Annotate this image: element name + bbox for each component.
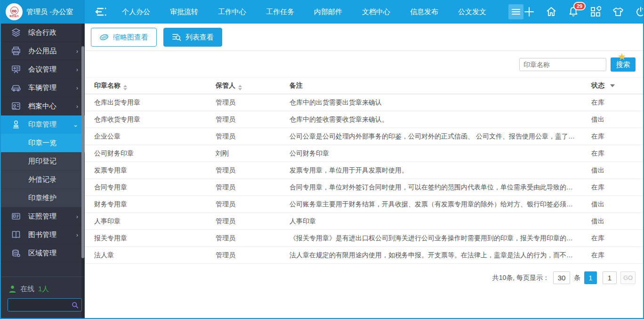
sidebar-subitem-seal-list[interactable]: 印章一览 — [1, 134, 85, 152]
sidebar-item-label: 档案中心 — [28, 102, 76, 111]
status-cell: 在库 — [581, 98, 636, 107]
table-row[interactable]: 公司财务印章 刘刚 公司财务印章 在库 — [85, 145, 643, 162]
current-user-label: 管理员 -办公室 — [26, 8, 73, 16]
thumbnail-view-button[interactable]: 缩略图查看 — [91, 28, 157, 47]
table-row[interactable]: 法人章 管理员 法人章在规定的有限用途内使用，如税务申报。开支票等。在法律上，盖… — [85, 247, 643, 264]
sidebar: 综合行政 办公用品 › 会议管理 › — [1, 24, 85, 318]
sidebar-item-office-supplies[interactable]: 办公用品 › — [1, 42, 85, 60]
sidebar-subitem-lend-records[interactable]: 外借记录 — [1, 171, 85, 189]
id-card-icon — [10, 212, 22, 221]
topbar-nav-item[interactable]: 文档中心 — [352, 0, 400, 24]
meeting-icon — [10, 65, 22, 74]
topbar-icons: 29 — [523, 6, 644, 17]
table-header-row: 印章名称 保管人 备注 状态 — [85, 77, 643, 94]
topbar-nav-item[interactable]: 信息发布 — [400, 0, 448, 24]
sidebar-item-label: 会议管理 — [28, 65, 76, 74]
goto-page-input[interactable] — [603, 271, 617, 284]
column-header-name[interactable]: 印章名称 — [94, 82, 216, 90]
chevron-right-icon: › — [76, 103, 78, 110]
keeper-cell: 管理员 — [216, 251, 290, 260]
remark-cell: 仓库中的出货需要出货章来确认 — [290, 98, 581, 107]
sidebar-item-seal-mgmt[interactable]: 印章管理 ⌄ — [1, 115, 85, 134]
status-cell: 在库 — [581, 149, 636, 158]
favorite-star-icon[interactable]: ★ — [618, 52, 626, 61]
sidebar-item-label: 证照管理 — [28, 212, 76, 221]
sidebar-item-general-admin[interactable]: 综合行政 — [1, 24, 85, 42]
table-row[interactable]: 人事印章 管理员 人事印章 借出 — [85, 213, 643, 230]
topbar-nav-item[interactable]: 公文发文 — [448, 0, 496, 24]
sidebar-item-meeting-mgmt[interactable]: 会议管理 › — [1, 60, 85, 79]
keeper-cell: 管理员 — [216, 132, 290, 141]
seal-name-cell: 仓库出货专用章 — [94, 98, 216, 107]
sidebar-item-license-mgmt[interactable]: 证照管理 › — [1, 207, 85, 226]
list-view-button[interactable]: 列表查看 — [163, 28, 222, 47]
nav-more-button[interactable] — [508, 4, 523, 19]
topbar-nav-item[interactable]: 工作任务 — [256, 0, 304, 24]
sidebar-item-region-mgmt[interactable]: 区域管理 — [1, 244, 85, 262]
column-header-keeper[interactable]: 保管人 — [216, 82, 290, 90]
search-icon[interactable] — [72, 302, 79, 309]
sidebar-item-vehicle-mgmt[interactable]: 车辆管理 › — [1, 79, 85, 97]
home-icon[interactable] — [546, 6, 557, 17]
table-row[interactable]: 报关专用章 管理员 《报关专用章》是有进出口权公司到海关进行公司业务操作时需要用… — [85, 230, 643, 247]
add-icon[interactable] — [523, 6, 535, 17]
table-row[interactable]: 仓库出货专用章 管理员 仓库中的出货需要出货章来确认 在库 — [85, 94, 643, 111]
remark-cell: 公司公章是公司处理内外部事务的印鉴，公司对外的正式信函、 公司文件、报告使用公章… — [290, 132, 581, 141]
sidebar-scrollbar-thumb[interactable] — [81, 46, 84, 258]
topbar-nav-item[interactable]: 个人办公 — [112, 0, 160, 24]
pagination-unit: 条 — [574, 274, 580, 282]
table-row[interactable]: 财务专用章 管理员 公司账务章主要用于财务结算，开具收据、发票（有发票专用章的除… — [85, 196, 643, 213]
view-toolbar: 缩略图查看 列表查看 — [85, 24, 643, 51]
table-row[interactable]: 合同专用章 管理员 合同专用章，单位对外签订合同时使用，可以在签约的范围内代表单… — [85, 179, 643, 196]
sidebar-search-input[interactable] — [11, 302, 72, 309]
page-number-button[interactable]: 1 — [584, 271, 597, 284]
table-row[interactable]: 发票专用章 管理员 发票专用章，单位用于开具发票时使用。 借出 — [85, 162, 643, 179]
notifications-bell-icon[interactable]: 29 — [568, 6, 579, 17]
seal-name-cell: 财务专用章 — [94, 200, 216, 209]
page-size-input[interactable] — [553, 271, 570, 284]
go-button[interactable]: GO — [620, 271, 636, 284]
sidebar-subitem-seal-maintenance[interactable]: 印章维护 — [1, 189, 85, 207]
status-cell: 借出 — [581, 166, 636, 175]
keeper-cell: 管理员 — [216, 98, 290, 107]
company-logo: ∞ 华天动力 — [6, 3, 23, 20]
keeper-cell: 管理员 — [216, 234, 290, 243]
pagination-summary: 共10条, 每页显示： — [492, 274, 549, 282]
seal-name-cell: 公司财务印章 — [94, 149, 216, 158]
sidebar-subitem-seal-register[interactable]: 用印登记 — [1, 152, 85, 171]
topbar-nav-item[interactable]: 审批流转 — [160, 0, 208, 24]
online-user-icon — [8, 285, 16, 293]
apps-grid-icon[interactable] — [590, 6, 601, 17]
sidebar-item-label: 办公用品 — [28, 47, 76, 56]
book-icon — [10, 230, 22, 239]
status-cell: 借出 — [581, 217, 636, 226]
sidebar-menu: 综合行政 办公用品 › 会议管理 › — [1, 24, 85, 277]
keeper-cell: 管理员 — [216, 166, 290, 175]
status-filter-caret-icon[interactable] — [610, 84, 615, 87]
remark-cell: 合同专用章，单位对外签订合同时使用，可以在签约的范围内代表单位，单位需承受由此导… — [290, 183, 581, 192]
status-cell: 在库 — [581, 234, 636, 243]
table-row[interactable]: 仓库收货专用章 管理员 仓库中的签收需要收货章来确认。 借出 — [85, 111, 643, 128]
table-body: 仓库出货专用章 管理员 仓库中的出货需要出货章来确认 在库 仓库收货专用章 管理… — [85, 94, 643, 264]
seal-table: 印章名称 保管人 备注 状态 仓库出货专用章 管理员 仓库中的出货需要出货章来确… — [85, 77, 643, 264]
sidebar-item-archive-center[interactable]: 档案中心 › — [1, 97, 85, 115]
keeper-cell: 管理员 — [216, 115, 290, 124]
logout-power-icon[interactable] — [635, 6, 644, 17]
sidebar-item-book-mgmt[interactable]: 图书管理 › — [1, 226, 85, 244]
sidebar-search-box — [8, 298, 82, 311]
table-row[interactable]: 企业公章 管理员 公司公章是公司处理内外部事务的印鉴，公司对外的正式信函、 公司… — [85, 128, 643, 145]
column-header-status[interactable]: 状态 — [581, 82, 636, 90]
sidebar-collapse-icon[interactable] — [95, 7, 107, 17]
list-search-icon — [172, 33, 181, 41]
topbar-nav-item[interactable]: 工作中心 — [208, 0, 256, 24]
seal-name-cell: 合同专用章 — [94, 183, 216, 192]
sort-icon[interactable] — [238, 85, 242, 90]
remark-cell: 《报关专用章》是有进出口权公司到海关进行公司业务操作时需要用到的印章，报关专用印… — [290, 234, 581, 243]
seal-name-search-input[interactable] — [519, 58, 606, 71]
sort-icon[interactable] — [123, 85, 127, 90]
chevron-down-icon: ⌄ — [73, 121, 78, 128]
status-cell: 在库 — [581, 183, 636, 192]
topbar-nav-item[interactable]: 内部邮件 — [304, 0, 352, 24]
theme-shirt-icon[interactable] — [612, 6, 624, 17]
stamp-icon — [10, 120, 22, 129]
